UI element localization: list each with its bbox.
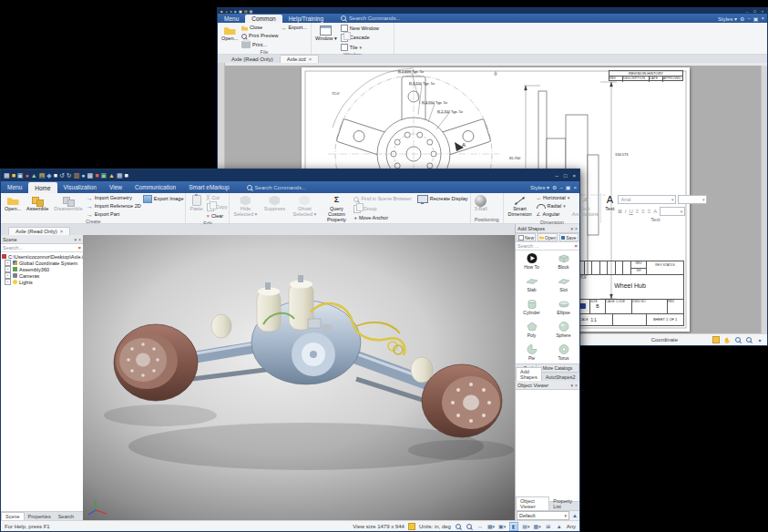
query-custom-property-button[interactable]: Σ Query Custom Property	[321, 194, 352, 223]
window-button[interactable]: Window ▾	[313, 24, 339, 43]
export-part-button[interactable]: →Export Part	[87, 211, 141, 218]
minimize-icon[interactable]: –	[745, 9, 749, 14]
selection-filter-label[interactable]: Any	[567, 524, 576, 529]
doc-close-icon[interactable]: ×	[761, 15, 764, 21]
align-left-icon[interactable]: ≡	[636, 209, 640, 214]
layers-icon[interactable]: ▦▾	[487, 523, 495, 530]
styles-dropdown[interactable]: Styles ▾	[530, 184, 549, 190]
tab-help-training[interactable]: Help/Training	[282, 14, 330, 23]
cut-button[interactable]: ╳Cut	[207, 195, 228, 201]
suppress-button[interactable]: Suppress	[261, 194, 288, 213]
tab-menu[interactable]: Menu	[218, 14, 245, 23]
tree-item[interactable]: +Lights	[1, 279, 83, 285]
text-annotations-button[interactable]: A Text Annotations	[571, 194, 599, 219]
maximize-icon[interactable]: □	[563, 173, 568, 179]
shape-item-torus[interactable]: Torus	[548, 343, 579, 363]
qat-icon[interactable]: ■	[95, 172, 98, 179]
doc-minimize-icon[interactable]: –	[559, 185, 562, 190]
gear-icon[interactable]: ⚙	[552, 184, 557, 190]
move-anchor-button[interactable]: +Move Anchor	[353, 215, 467, 221]
zoom-in-icon[interactable]	[455, 523, 462, 530]
tile-button[interactable]: Tile ▾	[341, 44, 379, 51]
find-in-scene-browser-button[interactable]: Find in Scene Browser	[353, 195, 411, 203]
panel-tab-autoshapes2[interactable]: AutoShapes2	[542, 373, 579, 381]
qat-icon[interactable]: ▦	[249, 9, 252, 14]
zoom-out-icon[interactable]	[466, 523, 473, 530]
expander-icon[interactable]: +	[5, 272, 11, 279]
ghost-selected-button[interactable]: Ghost Selected ▾	[290, 194, 319, 219]
print-preview-button[interactable]: Print Preview	[241, 33, 278, 39]
doctab-axle-icd[interactable]: Axle.icd×	[280, 55, 320, 63]
expander-icon[interactable]: +	[5, 266, 11, 272]
qat-icon[interactable]: ▦	[117, 172, 123, 179]
tab-menu[interactable]: Menu	[1, 181, 28, 193]
shade-icon[interactable]: ▩▾	[533, 523, 540, 530]
pin-icon[interactable]: ▾	[571, 383, 574, 388]
pan-icon[interactable]: ↔	[476, 523, 484, 530]
zoom-dropdown[interactable]: ▾	[756, 336, 763, 343]
export-image-button[interactable]: Export Image	[143, 195, 184, 203]
3d-viewport[interactable]	[83, 235, 517, 520]
angular-dimension-button[interactable]: ∠Angular	[537, 211, 570, 218]
maximize-icon[interactable]: □	[753, 9, 756, 14]
clear-button[interactable]: ×Clear	[207, 213, 228, 220]
tree-item[interactable]: +Cameras	[1, 272, 83, 279]
qat-icon[interactable]: ▣	[100, 172, 107, 179]
panel-tab-add-shapes[interactable]: Add Shapes	[516, 367, 542, 381]
pin-icon[interactable]: ▾	[75, 237, 77, 242]
group-button[interactable]: Group	[353, 205, 467, 213]
radial-dimension-button[interactable]: Radial ▾	[537, 203, 570, 210]
font-combo[interactable]: Arial▾	[618, 195, 676, 204]
tree-item[interactable]: +Global Coordinate System	[1, 260, 83, 266]
print-button[interactable]: Print...	[241, 41, 278, 48]
pan-icon[interactable]: ✋	[723, 336, 731, 343]
open-catalog-button[interactable]: Open	[538, 233, 558, 241]
display-mode-icon[interactable]: ▣▾	[498, 523, 506, 530]
assemble-button[interactable]: Assemble	[25, 194, 50, 213]
doc-restore-icon[interactable]: ▣	[566, 184, 571, 190]
minimize-icon[interactable]: –	[555, 173, 559, 179]
panel-tab-properties[interactable]: Properties	[25, 513, 55, 520]
scene-search[interactable]: Search... ×	[1, 244, 83, 252]
close-panel-icon[interactable]: ×	[575, 226, 578, 231]
object-viewer-body[interactable]	[516, 390, 579, 501]
copy-button[interactable]: Copy	[207, 203, 228, 211]
user-icon[interactable]: ▲	[571, 512, 579, 519]
qat-icon[interactable]: ▲	[108, 172, 115, 179]
gear-icon[interactable]: ⚙	[740, 15, 744, 22]
coordinate-icon[interactable]	[712, 336, 720, 343]
qat-icon[interactable]: ●	[81, 172, 85, 179]
open-button[interactable]: Open...	[3, 194, 23, 213]
qat-icon[interactable]: ●	[25, 172, 28, 179]
qat-icon[interactable]: ◆	[46, 172, 51, 179]
tab-communication[interactable]: Communication	[128, 181, 182, 193]
import-geometry-button[interactable]: →Import Geometry	[87, 195, 141, 201]
qat-icon[interactable]: ■	[125, 172, 128, 179]
new-catalog-button[interactable]: New	[517, 233, 536, 241]
qat-icon[interactable]: ▩	[87, 172, 94, 179]
add-shapes-search[interactable]: Search ... ×	[516, 242, 579, 251]
qat-icon[interactable]: ■	[220, 9, 222, 14]
tab-visualization[interactable]: Visualization	[57, 181, 103, 193]
qat-icon[interactable]: ▲	[31, 172, 37, 179]
text-button[interactable]: A Text	[603, 194, 616, 213]
shape-item-poly[interactable]: Poly	[516, 321, 548, 343]
tab-close-icon[interactable]: ×	[309, 56, 312, 62]
more-catalogs-button[interactable]: More Catalogs	[537, 364, 579, 372]
horizontal-dimension-button[interactable]: ↔Horizontal ▾	[537, 195, 570, 201]
qat-icon[interactable]: ■	[12, 172, 15, 179]
text-color-icon[interactable]: A	[653, 209, 657, 214]
zoom-out-icon[interactable]	[745, 336, 753, 343]
clear-search-icon[interactable]: ×	[574, 243, 578, 249]
default-combo[interactable]: Default▾	[517, 511, 569, 520]
qat-icon[interactable]: ↺	[59, 172, 65, 179]
cascade-button[interactable]: Cascade	[341, 34, 379, 42]
canvas-scrollbar[interactable]	[761, 66, 767, 333]
underline-button[interactable]: U	[629, 209, 632, 214]
styles-dropdown[interactable]: Styles ▾	[718, 15, 737, 22]
qat-icon[interactable]: ▣	[17, 172, 24, 179]
panel-tab-search[interactable]: Search	[55, 513, 77, 520]
qat-icon[interactable]: ▥	[74, 172, 80, 179]
shape-item-slab[interactable]: Slab	[516, 275, 548, 297]
clear-search-icon[interactable]: ×	[77, 245, 81, 251]
